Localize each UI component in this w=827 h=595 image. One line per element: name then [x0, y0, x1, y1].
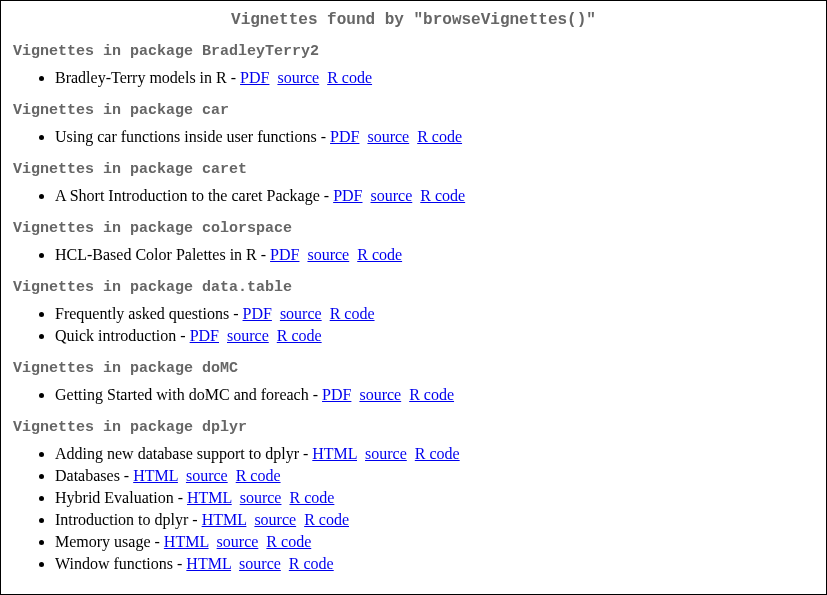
link-spacer: [407, 445, 415, 462]
separator-dash: -: [299, 445, 312, 462]
vignette-link-source[interactable]: source: [227, 327, 269, 344]
separator-dash: -: [227, 69, 240, 86]
packages-container: Vignettes in package BradleyTerry2Bradle…: [13, 43, 814, 574]
vignette-title: Quick introduction: [55, 327, 176, 344]
link-spacer: [232, 489, 240, 506]
vignette-link-source[interactable]: source: [359, 386, 401, 403]
vignette-link-r-code[interactable]: R code: [417, 128, 462, 145]
link-spacer: [357, 445, 365, 462]
package-name: dplyr: [202, 419, 247, 436]
vignette-link-source[interactable]: source: [307, 246, 349, 263]
vignette-title: Frequently asked questions: [55, 305, 229, 322]
vignette-item: HCL-Based Color Palettes in R - PDF sour…: [55, 245, 814, 265]
package-heading-prefix: Vignettes in package: [13, 419, 202, 436]
vignette-item: A Short Introduction to the caret Packag…: [55, 186, 814, 206]
link-spacer: [363, 187, 371, 204]
vignette-link-r-code[interactable]: R code: [289, 555, 334, 572]
separator-dash: -: [176, 327, 189, 344]
vignette-link-pdf[interactable]: PDF: [240, 69, 269, 86]
link-spacer: [231, 555, 239, 572]
link-spacer: [296, 511, 304, 528]
vignette-title: Introduction to dplyr: [55, 511, 188, 528]
vignette-title: Hybrid Evaluation: [55, 489, 174, 506]
package-heading: Vignettes in package colorspace: [13, 220, 814, 237]
vignette-list: A Short Introduction to the caret Packag…: [13, 186, 814, 206]
page-title: Vignettes found by "browseVignettes()": [13, 11, 814, 29]
vignette-link-source[interactable]: source: [240, 489, 282, 506]
vignette-item: Adding new database support to dplyr - H…: [55, 444, 814, 464]
vignette-link-r-code[interactable]: R code: [420, 187, 465, 204]
vignette-list: Getting Started with doMC and foreach - …: [13, 385, 814, 405]
package-heading: Vignettes in package data.table: [13, 279, 814, 296]
vignette-item: Using car functions inside user function…: [55, 127, 814, 147]
vignette-title: HCL-Based Color Palettes in R: [55, 246, 257, 263]
vignette-link-pdf[interactable]: PDF: [322, 386, 351, 403]
vignette-title: Using car functions inside user function…: [55, 128, 317, 145]
vignette-link-html[interactable]: HTML: [312, 445, 357, 462]
vignette-link-pdf[interactable]: PDF: [243, 305, 272, 322]
vignette-item: Hybrid Evaluation - HTML source R code: [55, 488, 814, 508]
package-heading: Vignettes in package BradleyTerry2: [13, 43, 814, 60]
vignette-link-r-code[interactable]: R code: [277, 327, 322, 344]
vignette-link-source[interactable]: source: [217, 533, 259, 550]
link-spacer: [209, 533, 217, 550]
vignette-link-pdf[interactable]: PDF: [330, 128, 359, 145]
vignettes-page: Vignettes found by "browseVignettes()" V…: [0, 0, 827, 595]
vignette-link-r-code[interactable]: R code: [415, 445, 460, 462]
vignette-link-r-code[interactable]: R code: [409, 386, 454, 403]
vignette-link-source[interactable]: source: [277, 69, 319, 86]
separator-dash: -: [317, 128, 330, 145]
vignette-link-html[interactable]: HTML: [187, 489, 232, 506]
vignette-item: Window functions - HTML source R code: [55, 554, 814, 574]
vignette-link-source[interactable]: source: [239, 555, 281, 572]
vignette-link-r-code[interactable]: R code: [330, 305, 375, 322]
separator-dash: -: [173, 555, 186, 572]
package-name: colorspace: [202, 220, 292, 237]
vignette-link-r-code[interactable]: R code: [289, 489, 334, 506]
vignette-list: Frequently asked questions - PDF source …: [13, 304, 814, 346]
vignette-link-r-code[interactable]: R code: [266, 533, 311, 550]
vignette-link-pdf[interactable]: PDF: [270, 246, 299, 263]
vignette-title: Getting Started with doMC and foreach: [55, 386, 309, 403]
vignette-link-html[interactable]: HTML: [164, 533, 209, 550]
vignette-item: Quick introduction - PDF source R code: [55, 326, 814, 346]
vignette-link-source[interactable]: source: [186, 467, 228, 484]
vignette-title: Memory usage: [55, 533, 151, 550]
separator-dash: -: [309, 386, 322, 403]
vignette-link-source[interactable]: source: [280, 305, 322, 322]
vignette-item: Bradley-Terry models in R - PDF source R…: [55, 68, 814, 88]
vignette-link-html[interactable]: HTML: [202, 511, 247, 528]
vignette-item: Introduction to dplyr - HTML source R co…: [55, 510, 814, 530]
vignette-link-r-code[interactable]: R code: [327, 69, 372, 86]
package-name: doMC: [202, 360, 238, 377]
separator-dash: -: [229, 305, 242, 322]
link-spacer: [401, 386, 409, 403]
vignette-link-html[interactable]: HTML: [186, 555, 231, 572]
vignette-title: A Short Introduction to the caret Packag…: [55, 187, 320, 204]
vignette-link-pdf[interactable]: PDF: [190, 327, 219, 344]
package-heading: Vignettes in package doMC: [13, 360, 814, 377]
vignette-title: Adding new database support to dplyr: [55, 445, 299, 462]
package-heading-prefix: Vignettes in package: [13, 102, 202, 119]
vignette-link-r-code[interactable]: R code: [357, 246, 402, 263]
vignette-item: Frequently asked questions - PDF source …: [55, 304, 814, 324]
vignette-title: Databases: [55, 467, 120, 484]
vignette-link-pdf[interactable]: PDF: [333, 187, 362, 204]
package-heading: Vignettes in package caret: [13, 161, 814, 178]
vignette-link-source[interactable]: source: [367, 128, 409, 145]
vignette-link-r-code[interactable]: R code: [304, 511, 349, 528]
link-spacer: [219, 327, 227, 344]
vignette-title: Window functions: [55, 555, 173, 572]
vignette-link-source[interactable]: source: [365, 445, 407, 462]
package-heading-prefix: Vignettes in package: [13, 43, 202, 60]
separator-dash: -: [257, 246, 270, 263]
vignette-list: Adding new database support to dplyr - H…: [13, 444, 814, 574]
vignette-link-source[interactable]: source: [371, 187, 413, 204]
vignette-item: Databases - HTML source R code: [55, 466, 814, 486]
vignette-link-html[interactable]: HTML: [133, 467, 178, 484]
package-heading-prefix: Vignettes in package: [13, 161, 202, 178]
link-spacer: [281, 555, 289, 572]
package-heading-prefix: Vignettes in package: [13, 279, 202, 296]
vignette-link-r-code[interactable]: R code: [236, 467, 281, 484]
vignette-link-source[interactable]: source: [254, 511, 296, 528]
